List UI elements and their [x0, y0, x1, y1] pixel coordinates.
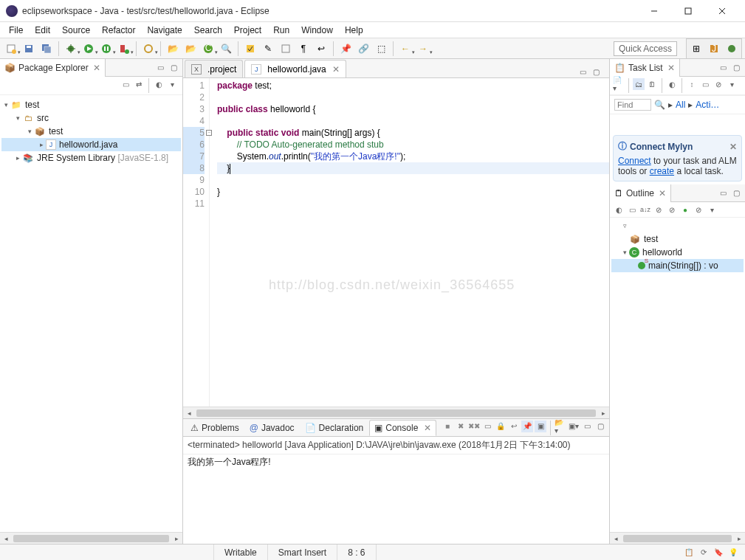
- tree-jre[interactable]: ▸📚JRE System Library [JavaSE-1.8]: [1, 151, 181, 165]
- menu-navigate[interactable]: Navigate: [141, 24, 188, 37]
- open-task-button[interactable]: 📂: [182, 41, 199, 57]
- run-button[interactable]: ▾: [80, 41, 97, 57]
- open-type-button[interactable]: 📂: [165, 41, 181, 57]
- focus-icon[interactable]: ◐: [666, 78, 678, 90]
- ext-tools-button[interactable]: ▾: [116, 41, 132, 57]
- menu-refactor[interactable]: Refactor: [96, 24, 141, 37]
- package-explorer-tree[interactable]: ▾📁test ▾🗀src ▾📦test ▸Jhelloworld.java ▸📚…: [0, 95, 182, 532]
- remove-all-icon[interactable]: ✖✖: [468, 421, 480, 432]
- link-editor-icon[interactable]: ⇄: [133, 78, 145, 90]
- focus-task-icon[interactable]: ◐: [153, 78, 165, 90]
- activate-link[interactable]: Acti…: [696, 100, 719, 110]
- close-icon[interactable]: ✕: [659, 188, 666, 198]
- forward-button[interactable]: →▾: [415, 41, 431, 57]
- line-gutter[interactable]: 1234 5−678 91011: [183, 78, 210, 407]
- minimize-button[interactable]: [637, 0, 671, 22]
- search-button[interactable]: 🔍: [218, 41, 234, 57]
- toggle-mark-button[interactable]: [242, 41, 258, 57]
- save-button[interactable]: [21, 41, 37, 57]
- status-tip-icon[interactable]: 💡: [727, 547, 739, 559]
- hide-fields-icon[interactable]: ⊘: [653, 204, 665, 215]
- search-icon[interactable]: 🔍: [654, 100, 665, 110]
- code-body[interactable]: package test; public class helloworld { …: [217, 78, 609, 407]
- focus-icon[interactable]: ◐: [613, 204, 625, 215]
- debug-perspective-button[interactable]: [724, 41, 740, 57]
- status-task-icon[interactable]: 📋: [683, 547, 695, 559]
- menu-source[interactable]: Source: [56, 24, 96, 37]
- collapse-all-icon[interactable]: ▭: [699, 78, 711, 90]
- save-all-button[interactable]: [38, 41, 55, 57]
- editor-scrollbar[interactable]: ◂▸: [183, 407, 609, 418]
- sync-icon[interactable]: ↕: [686, 78, 698, 90]
- package-explorer-scrollbar[interactable]: ◂▸: [0, 532, 182, 544]
- close-icon[interactable]: ✕: [332, 64, 340, 75]
- scheduled-icon[interactable]: 🗓: [646, 78, 658, 90]
- open-perspective-button[interactable]: ⊞: [688, 41, 704, 57]
- close-icon[interactable]: ✕: [729, 142, 737, 152]
- debug-button[interactable]: ▾: [63, 41, 79, 57]
- menu-search[interactable]: Search: [188, 24, 228, 37]
- task-context-button[interactable]: ⬚: [373, 41, 389, 57]
- tab-helloworld[interactable]: J helloworld.java ✕: [244, 60, 346, 77]
- coverage-button[interactable]: ▾: [98, 41, 114, 57]
- az-sort-icon[interactable]: a↓z: [639, 204, 651, 215]
- minimize-icon[interactable]: ▭: [581, 421, 593, 432]
- tab-declaration[interactable]: 📄Declaration: [301, 420, 368, 436]
- maximize-icon[interactable]: ▢: [168, 62, 179, 74]
- tree-project[interactable]: ▾📁test: [1, 98, 181, 111]
- tab-console[interactable]: ▣Console ✕: [369, 420, 436, 436]
- maximize-icon[interactable]: ▢: [594, 421, 606, 432]
- all-link[interactable]: All: [676, 100, 685, 110]
- show-whitespace-button[interactable]: ¶: [295, 41, 312, 57]
- minimize-icon[interactable]: ▭: [577, 66, 588, 77]
- code-editor[interactable]: 1234 5−678 91011 package test; public cl…: [183, 78, 609, 407]
- minimize-icon[interactable]: ▭: [717, 187, 729, 199]
- outline-scrollbar[interactable]: ◂▸: [610, 532, 745, 544]
- new-class-button[interactable]: C▾: [200, 41, 216, 57]
- console-output[interactable]: 我的第一个Java程序!: [183, 454, 609, 544]
- status-sync-icon[interactable]: ⟳: [698, 547, 710, 559]
- outline-method-main[interactable]: Smain(String[]) : vo: [611, 259, 744, 272]
- find-input[interactable]: [614, 99, 651, 111]
- java-perspective-button[interactable]: J: [706, 41, 722, 57]
- back-button[interactable]: ←▾: [397, 41, 413, 57]
- status-bookmark-icon[interactable]: 🔖: [713, 547, 724, 559]
- word-wrap-icon[interactable]: ↩: [508, 421, 520, 432]
- create-link[interactable]: create: [650, 166, 674, 176]
- close-button[interactable]: [705, 0, 739, 22]
- maximize-icon[interactable]: ▢: [730, 187, 742, 199]
- remove-launch-icon[interactable]: ✖: [455, 421, 467, 432]
- scroll-lock-icon[interactable]: 🔒: [495, 421, 507, 432]
- terminate-icon[interactable]: ■: [442, 421, 453, 432]
- new-console-icon[interactable]: ▣▾: [568, 421, 580, 432]
- menu-file[interactable]: File: [3, 24, 29, 37]
- menu-help[interactable]: Help: [339, 24, 369, 37]
- quick-access-input[interactable]: Quick Access: [614, 41, 677, 56]
- sort-icon[interactable]: ▭: [626, 204, 638, 215]
- close-icon[interactable]: ✕: [424, 423, 431, 433]
- open-console-icon[interactable]: 📂▾: [555, 421, 566, 432]
- maximize-icon[interactable]: ▢: [730, 62, 742, 74]
- maximize-icon[interactable]: ▢: [590, 66, 602, 77]
- close-icon[interactable]: ✕: [667, 63, 675, 73]
- view-menu-icon[interactable]: ▾: [726, 78, 738, 90]
- link-button[interactable]: 🔗: [355, 41, 371, 57]
- clear-console-icon[interactable]: ▭: [481, 421, 493, 432]
- hide-nonpublic-icon[interactable]: ●: [679, 204, 691, 215]
- tree-package[interactable]: ▾📦test: [1, 125, 181, 138]
- new-task-icon[interactable]: 📄▾: [613, 78, 625, 90]
- show-console-icon[interactable]: ▣: [535, 421, 546, 432]
- tree-src[interactable]: ▾🗀src: [1, 111, 181, 125]
- hide-local-icon[interactable]: ⊘: [693, 204, 704, 215]
- view-menu-icon[interactable]: ▾: [706, 204, 718, 215]
- collapse-all-icon[interactable]: ▭: [120, 78, 131, 90]
- tab-javadoc[interactable]: @Javadoc: [245, 420, 299, 436]
- menu-edit[interactable]: Edit: [29, 24, 56, 37]
- pin-button[interactable]: 📌: [337, 41, 354, 57]
- tab-problems[interactable]: ⚠Problems: [186, 420, 244, 436]
- hide-static-icon[interactable]: ⊘: [666, 204, 678, 215]
- tree-file-helloworld[interactable]: ▸Jhelloworld.java: [1, 138, 181, 151]
- new-package-button[interactable]: ▾: [140, 41, 157, 57]
- view-menu-icon[interactable]: ▾: [166, 78, 178, 90]
- minimize-icon[interactable]: ▭: [154, 62, 166, 74]
